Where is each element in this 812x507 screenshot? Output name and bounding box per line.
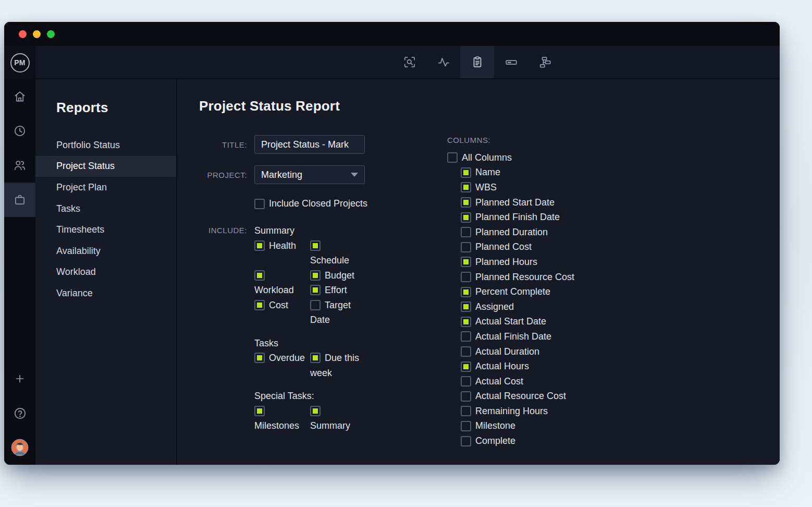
- report-nav-item[interactable]: Workload: [35, 262, 176, 283]
- include-option[interactable]: Cost: [254, 298, 306, 313]
- summary-options: Health Schedule Workload Budget Effort: [254, 238, 366, 328]
- include-option-checkbox[interactable]: [254, 240, 265, 251]
- include-option[interactable]: Milestones: [254, 404, 306, 433]
- column-option-label: WBS: [475, 182, 497, 193]
- include-option[interactable]: Budget: [310, 268, 362, 283]
- report-nav-item[interactable]: Project Status: [35, 156, 176, 177]
- gantt-bar-icon[interactable]: [494, 46, 528, 78]
- user-avatar[interactable]: [4, 430, 35, 465]
- include-option-checkbox[interactable]: [310, 406, 321, 416]
- plus-icon[interactable]: [4, 361, 35, 396]
- minimize-window-button[interactable]: [33, 30, 41, 38]
- include-option[interactable]: Summary: [310, 404, 362, 433]
- app-right-pane: Reports Portfolio Status Project Status: [35, 46, 780, 465]
- include-option[interactable]: Due this week: [310, 351, 362, 380]
- column-option-checkbox[interactable]: [461, 331, 471, 342]
- include-option-checkbox[interactable]: [310, 300, 321, 310]
- report-nav-item-label: Timesheets: [56, 224, 104, 235]
- column-option[interactable]: Planned Resource Cost: [447, 270, 624, 285]
- column-option-checkbox[interactable]: [461, 406, 471, 416]
- include-option[interactable]: Target Date: [310, 298, 362, 328]
- column-option-checkbox[interactable]: [461, 287, 471, 297]
- include-option[interactable]: Schedule: [310, 238, 362, 268]
- project-field-row: PROJECT: Marketing: [177, 165, 365, 184]
- pm-logo[interactable]: PM: [4, 46, 35, 79]
- column-option-label: Planned Finish Date: [475, 212, 560, 223]
- project-select[interactable]: Marketing: [254, 165, 365, 184]
- column-option-checkbox[interactable]: [461, 421, 471, 431]
- column-option[interactable]: Actual Start Date: [447, 315, 624, 330]
- column-option[interactable]: Planned Cost: [447, 240, 624, 255]
- column-option[interactable]: Remaining Hours: [447, 404, 624, 419]
- column-option[interactable]: Actual Duration: [447, 344, 624, 359]
- include-option[interactable]: Overdue: [254, 351, 306, 366]
- include-closed-projects-checkbox[interactable]: [254, 199, 265, 209]
- report-nav-item[interactable]: Variance: [35, 283, 176, 304]
- report-nav-item[interactable]: Availability: [35, 240, 176, 262]
- column-option[interactable]: Actual Finish Date: [447, 329, 624, 344]
- include-option-checkbox[interactable]: [254, 353, 265, 363]
- include-option-checkbox[interactable]: [254, 406, 265, 416]
- include-option[interactable]: Effort: [310, 283, 362, 298]
- column-option-checkbox[interactable]: [461, 242, 471, 252]
- home-icon[interactable]: [4, 79, 35, 114]
- include-option-checkbox[interactable]: [254, 300, 265, 310]
- all-columns-checkbox[interactable]: [447, 152, 458, 163]
- column-option-checkbox[interactable]: [461, 317, 471, 327]
- zoom-window-button[interactable]: [47, 30, 55, 38]
- column-option[interactable]: Percent Complete: [447, 284, 624, 299]
- column-option[interactable]: Name: [447, 165, 624, 180]
- column-option[interactable]: Complete: [447, 433, 624, 449]
- help-icon[interactable]: [4, 396, 35, 430]
- report-nav-item[interactable]: Timesheets: [35, 219, 176, 240]
- column-option-checkbox[interactable]: [461, 301, 471, 312]
- column-option-checkbox[interactable]: [461, 376, 471, 387]
- column-option[interactable]: WBS: [447, 180, 624, 195]
- include-option-checkbox[interactable]: [254, 270, 265, 281]
- chevron-down-icon: [351, 173, 358, 177]
- include-option[interactable]: Health: [254, 238, 306, 254]
- column-option-checkbox[interactable]: [461, 167, 471, 178]
- column-option-checkbox[interactable]: [461, 197, 471, 208]
- include-option-checkbox[interactable]: [310, 240, 321, 251]
- column-option-checkbox[interactable]: [461, 212, 471, 223]
- column-option[interactable]: Actual Cost: [447, 374, 624, 389]
- column-option[interactable]: Assigned: [447, 299, 624, 315]
- close-window-button[interactable]: [19, 30, 27, 38]
- column-option[interactable]: Planned Duration: [447, 225, 624, 240]
- report-nav-item[interactable]: Project Plan: [35, 177, 176, 198]
- column-option[interactable]: Planned Start Date: [447, 195, 624, 210]
- team-icon[interactable]: [4, 148, 35, 183]
- include-option-checkbox[interactable]: [310, 285, 321, 295]
- column-option-checkbox[interactable]: [461, 436, 471, 446]
- column-option-label: Assigned: [475, 301, 514, 312]
- include-option[interactable]: Workload: [254, 268, 306, 298]
- column-option-checkbox[interactable]: [461, 257, 471, 267]
- column-option[interactable]: Planned Finish Date: [447, 210, 624, 225]
- column-option-checkbox[interactable]: [461, 272, 471, 282]
- column-option-checkbox[interactable]: [461, 361, 471, 372]
- reports-sidebar: Reports Portfolio Status Project Status: [35, 79, 177, 465]
- include-option-checkbox[interactable]: [310, 270, 321, 281]
- column-option-label: Actual Finish Date: [475, 331, 551, 342]
- clock-icon[interactable]: [4, 114, 35, 148]
- column-option-checkbox[interactable]: [461, 227, 471, 237]
- column-option[interactable]: Actual Hours: [447, 359, 624, 374]
- scan-search-icon[interactable]: [392, 46, 426, 78]
- report-clipboard-icon[interactable]: [460, 46, 494, 78]
- briefcase-icon[interactable]: [4, 183, 35, 217]
- column-option-checkbox[interactable]: [461, 391, 471, 402]
- include-closed-projects-option[interactable]: Include Closed Projects: [254, 198, 367, 209]
- activity-icon[interactable]: [426, 46, 460, 78]
- column-option-checkbox[interactable]: [461, 346, 471, 357]
- report-nav-item[interactable]: Tasks: [35, 198, 176, 220]
- column-option-checkbox[interactable]: [461, 182, 471, 192]
- column-option[interactable]: Milestone: [447, 419, 624, 434]
- include-option-checkbox[interactable]: [310, 353, 321, 363]
- workflow-icon[interactable]: [528, 46, 562, 78]
- report-title-input[interactable]: [254, 135, 365, 154]
- all-columns-option[interactable]: All Columns: [447, 150, 624, 165]
- report-nav-item[interactable]: Portfolio Status: [35, 135, 176, 156]
- column-option[interactable]: Planned Hours: [447, 255, 624, 270]
- column-option[interactable]: Actual Resource Cost: [447, 389, 624, 404]
